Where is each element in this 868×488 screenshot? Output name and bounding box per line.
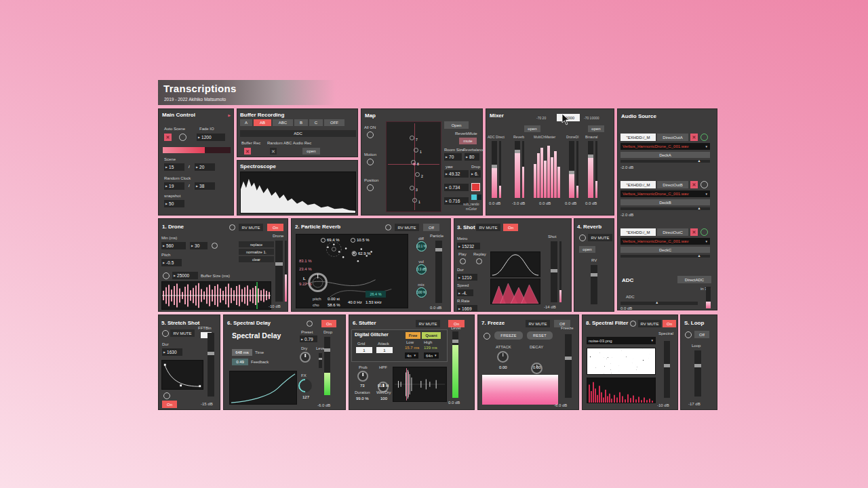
- mixer-fader-adc-direct[interactable]: [492, 141, 497, 198]
- freeze-rv-mute-button[interactable]: RV MUTE: [526, 320, 550, 327]
- stretch-fader[interactable]: [208, 333, 214, 396]
- particle-cho-value[interactable]: 58.6 %: [328, 303, 340, 307]
- reset-button[interactable]: RESET: [527, 331, 553, 340]
- color-swatch-red[interactable]: [471, 183, 480, 191]
- quant-button[interactable]: Quant: [422, 332, 441, 339]
- particle-freq-high[interactable]: 1.53 kHz: [366, 300, 382, 304]
- time-value-box[interactable]: 648 ms: [232, 349, 252, 356]
- stretch-dur-numbox[interactable]: 1630: [162, 348, 182, 356]
- grid-numbox[interactable]: 1: [356, 347, 372, 353]
- mixer-fader-binaural[interactable]: [588, 141, 593, 198]
- reverbalance-numbox[interactable]: 80: [465, 153, 479, 161]
- particle-bang-toggle[interactable]: [385, 224, 391, 230]
- prob-knob[interactable]: [357, 371, 368, 382]
- sdelay-level-slider[interactable]: [319, 353, 322, 368]
- map-node[interactable]: 2: [415, 168, 423, 180]
- drone-rv-mute-button[interactable]: RV MUTE: [239, 224, 263, 231]
- high-note-dropdown[interactable]: 64n: [424, 352, 439, 359]
- sdelay-curve-display[interactable]: [229, 371, 297, 405]
- deck-b-volume-slider[interactable]: ▲: [620, 207, 710, 210]
- low-note-dropdown[interactable]: 4n: [405, 352, 418, 359]
- deck-c-stop-icon[interactable]: [690, 228, 698, 236]
- mixer-fader-reverb[interactable]: [515, 141, 520, 198]
- deck-c-name-bar[interactable]: DeckC: [620, 247, 710, 253]
- deck-b-directout-button[interactable]: DirectOutB: [657, 181, 688, 188]
- stretch-curve-display[interactable]: [161, 360, 203, 390]
- reverb-bang-toggle[interactable]: [579, 235, 586, 241]
- drone-pitch-numbox[interactable]: -0.5: [161, 259, 182, 266]
- buffer-c-button[interactable]: C: [309, 119, 323, 126]
- map-node[interactable]: 1: [412, 194, 420, 206]
- scene-current-numbox[interactable]: 15: [164, 163, 184, 171]
- deck-c-directout-button[interactable]: DirectOutC: [657, 228, 688, 236]
- drone-max-numbox[interactable]: 30: [190, 242, 208, 249]
- wetdry-value[interactable]: 100: [380, 396, 387, 401]
- particle-fader[interactable]: [435, 241, 442, 303]
- drone-menu-replace[interactable]: replace: [239, 241, 274, 247]
- shot-spectrum-display[interactable]: [490, 279, 540, 304]
- attack-knob[interactable]: [497, 351, 509, 363]
- particle-display[interactable]: 69.4 % 10.5 % 62.9 % 83.1 % 23.4 % 9.27 …: [296, 234, 408, 308]
- reverb-open-button[interactable]: open: [579, 246, 595, 253]
- speed-numbox[interactable]: -4.: [457, 289, 473, 296]
- diff-knob[interactable]: 22.1 %: [416, 241, 427, 251]
- mixer-open-left-button[interactable]: open: [524, 125, 540, 132]
- deck-a-name-bar[interactable]: DeckA: [620, 152, 710, 158]
- shot-fader[interactable]: [551, 241, 557, 302]
- sdelay-bang-toggle[interactable]: [307, 321, 313, 327]
- mixer-fader-dronedl[interactable]: [569, 141, 574, 198]
- map-node[interactable]: 7: [410, 131, 418, 144]
- dur-numbox[interactable]: 1210: [457, 274, 477, 281]
- fade-io-numbox[interactable]: 1200: [197, 134, 225, 141]
- sloop-bang-toggle[interactable]: [685, 331, 692, 338]
- vol-knob[interactable]: 3.3 dB: [416, 264, 427, 274]
- drone-bang-toggle[interactable]: [229, 224, 235, 230]
- adc-bar[interactable]: ADC: [240, 130, 356, 137]
- duration-value[interactable]: 99.0 %: [356, 396, 369, 401]
- fx-knob[interactable]: [296, 376, 315, 395]
- drone-menu-normalize[interactable]: normalize 1.: [239, 249, 274, 255]
- shot-rv-mute-button[interactable]: RV MUTE: [476, 224, 500, 231]
- deck-b-name-bar[interactable]: DeckB: [620, 199, 710, 205]
- sfilter-rv-mute-button[interactable]: RV MUTE: [638, 320, 661, 327]
- reverb-fader[interactable]: [591, 265, 597, 304]
- snapshot-numbox[interactable]: 50: [164, 200, 184, 207]
- drone-fader[interactable]: [275, 241, 283, 302]
- shot-envelope-display[interactable]: [490, 251, 540, 277]
- metro-numbox[interactable]: 15232: [457, 243, 480, 249]
- mixer-open-right-button[interactable]: open: [588, 125, 604, 132]
- sfilter-power-button[interactable]: On: [663, 320, 676, 327]
- map-node[interactable]: 8: [411, 156, 419, 168]
- deck-b-stop-icon[interactable]: [690, 181, 698, 188]
- particle-mix-box[interactable]: 26.4 %: [366, 291, 386, 298]
- deck-b-file-dropdown[interactable]: Verbos_HarmonicDrone_C_001.wav: [620, 190, 710, 197]
- random-abc-stop-icon[interactable]: [270, 148, 277, 155]
- all-on-toggle[interactable]: [367, 131, 374, 138]
- freeze-fader[interactable]: [565, 334, 572, 398]
- sloop-fader[interactable]: [694, 350, 701, 396]
- stop-icon[interactable]: [164, 134, 172, 141]
- x-position-numbox[interactable]: 0.734: [444, 184, 469, 191]
- map-mute-button[interactable]: mute: [459, 138, 477, 144]
- deck-b-path-box[interactable]: "EXHDD:/_M: [620, 181, 656, 188]
- scene-total-numbox[interactable]: 20: [195, 163, 215, 171]
- freeze-button[interactable]: FREEZE: [494, 331, 523, 340]
- buffer-a-button[interactable]: A: [240, 119, 252, 126]
- buffer-open-button[interactable]: open: [302, 148, 320, 155]
- free-button[interactable]: Free: [406, 332, 420, 339]
- random-clock-current-numbox[interactable]: 19: [164, 182, 184, 190]
- deck-a-volume-slider[interactable]: ▲: [620, 160, 710, 163]
- noise-file-dropdown[interactable]: noise-03.png: [587, 337, 656, 344]
- preset-numbox[interactable]: 0.79: [300, 336, 317, 342]
- drone-rand-toggle[interactable]: [212, 243, 218, 249]
- stretch-rv-mute-button[interactable]: RV MUTE: [170, 329, 195, 337]
- deck-c-file-dropdown[interactable]: Verbos_HarmonicDrone_C_001.wav: [620, 238, 710, 245]
- drone-buffer-toggle[interactable]: [163, 272, 170, 279]
- yaw-numbox[interactable]: 49.32: [444, 170, 469, 178]
- sdelay-power-button[interactable]: On: [321, 320, 336, 327]
- scene-progress-slider[interactable]: [163, 147, 231, 153]
- color-swatch-dark[interactable]: [477, 195, 481, 200]
- position-toggle[interactable]: [367, 184, 374, 191]
- buffer-b-button[interactable]: B: [294, 119, 308, 126]
- collapse-arrow-icon[interactable]: ▶: [228, 113, 231, 117]
